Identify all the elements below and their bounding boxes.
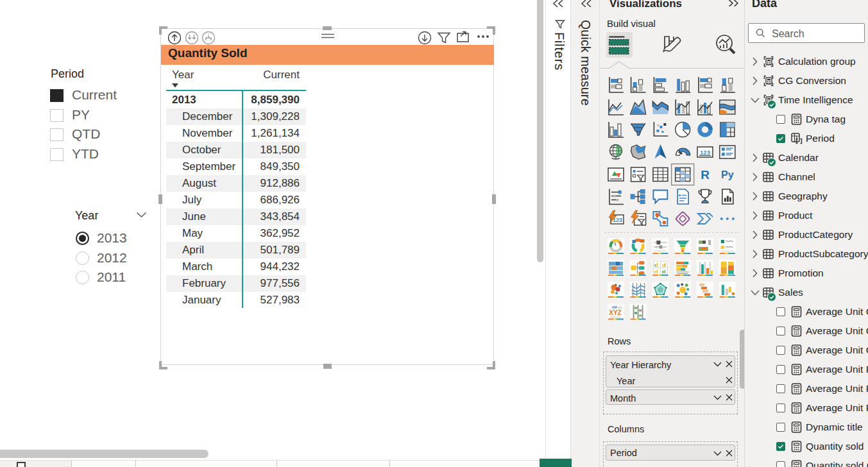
svg-text:Py: Py <box>721 169 734 180</box>
svg-text:123: 123 <box>700 149 710 156</box>
svg-text:a b c d: a b c d <box>611 316 620 319</box>
svg-text:R: R <box>701 168 710 182</box>
